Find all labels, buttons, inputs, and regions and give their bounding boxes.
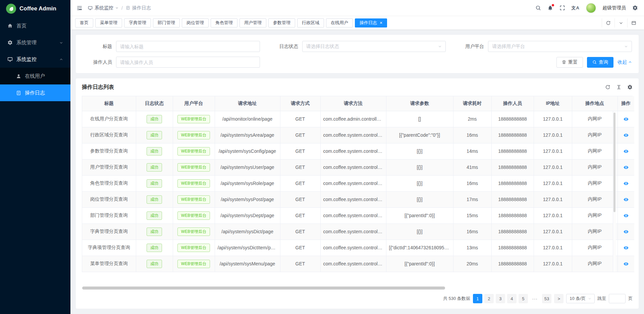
view-detail-eye-icon[interactable]	[623, 165, 629, 170]
cell-ip: 127.0.0.1	[534, 111, 572, 127]
pagination-page-3[interactable]: 3	[496, 294, 505, 303]
cell-handler: com.coffee.system.controlle...	[320, 143, 386, 159]
sidebar-item-label: 系统监控	[16, 56, 56, 63]
username[interactable]: 超级管理员	[602, 5, 626, 11]
query-button[interactable]: 查询	[587, 57, 613, 68]
cell-method: GET	[280, 127, 320, 143]
tab-item[interactable]: 操作日志×	[355, 18, 387, 27]
cell-url: /api/system/sysDictItem/pa...	[215, 240, 280, 256]
tab-item[interactable]: 行政区域	[297, 18, 324, 27]
breadcrumb-item-system-monitor[interactable]: 系统监控	[88, 5, 118, 11]
tabs-dropdown-icon[interactable]	[614, 18, 627, 27]
pagination-jump-input[interactable]	[609, 294, 626, 303]
tab-item[interactable]: 在线用户	[326, 18, 353, 27]
log-table-body: 在线用户分页查询成功WEB管理后台/api/monitor/online/pag…	[82, 111, 634, 272]
search-icon[interactable]	[535, 5, 541, 11]
view-detail-eye-icon[interactable]	[623, 197, 629, 202]
view-detail-eye-icon[interactable]	[623, 148, 629, 154]
collapse-filter-link[interactable]: 收起	[618, 59, 632, 65]
cell-operator: 18888888888	[491, 207, 534, 224]
cell-url: /api/system/sysDept/page	[215, 207, 280, 224]
tab-close-icon[interactable]: ×	[380, 20, 382, 25]
settings-gear-icon[interactable]	[632, 5, 638, 11]
view-detail-eye-icon[interactable]	[623, 132, 629, 138]
pagination-page-4[interactable]: 4	[507, 294, 517, 303]
title-input[interactable]	[116, 41, 260, 52]
view-detail-eye-icon[interactable]	[623, 245, 629, 251]
filter-status-label: 日志状态	[269, 44, 298, 50]
view-detail-eye-icon[interactable]	[623, 181, 629, 186]
breadcrumb-separator: /	[121, 5, 123, 11]
horizontal-scrollbar[interactable]	[82, 287, 632, 290]
notification-bell-icon[interactable]	[547, 5, 553, 11]
sidebar-collapse-icon[interactable]	[76, 5, 83, 11]
view-detail-eye-icon[interactable]	[623, 261, 629, 267]
user-platform-select[interactable]: 请选择用户平台	[488, 41, 632, 52]
operator-input[interactable]	[116, 57, 260, 68]
sidebar-item-home[interactable]: 首页	[0, 17, 70, 34]
pagination-page-5[interactable]: 5	[519, 294, 528, 303]
view-detail-eye-icon[interactable]	[623, 213, 629, 218]
cell-status: 成功	[136, 191, 173, 207]
avatar[interactable]	[586, 3, 596, 13]
tab-item[interactable]: 角色管理	[211, 18, 237, 27]
cell-operator: 18888888888	[491, 256, 534, 272]
tab-item[interactable]: 部门管理	[153, 18, 180, 27]
top-header: 系统监控 / 操作日志 文A 超级管理员	[70, 0, 644, 16]
pagination-page-1[interactable]: 1	[473, 294, 482, 303]
pagination-page-2[interactable]: 2	[484, 294, 494, 303]
tab-item[interactable]: 参数管理	[268, 18, 295, 27]
horizontal-scrollbar-thumb[interactable]	[82, 287, 445, 290]
monitor-icon	[88, 6, 93, 10]
column-settings-gear-icon[interactable]	[627, 84, 633, 90]
log-status-select[interactable]: 请选择日志状态	[302, 41, 446, 52]
cell-operator: 18888888888	[491, 127, 534, 143]
log-table-head-row: 标题日志状态用户平台请求地址请求方式请求方法请求参数请求耗时操作人员IP地址操作…	[82, 96, 634, 111]
log-table-row: 用户管理分页查询成功WEB管理后台/api/system/sysUser/pag…	[82, 159, 634, 175]
vertical-scrollbar-thumb[interactable]	[613, 113, 615, 212]
cell-action	[618, 111, 634, 127]
view-detail-eye-icon[interactable]	[623, 229, 629, 235]
vertical-scrollbar[interactable]	[613, 111, 616, 272]
reset-button[interactable]: 重置	[556, 57, 583, 68]
cell-title: 部门管理分页查询	[82, 207, 136, 224]
column-header: 标题	[82, 96, 136, 111]
cell-ip: 127.0.0.1	[534, 224, 572, 240]
cell-method: GET	[280, 159, 320, 175]
tab-item[interactable]: 菜单管理	[95, 18, 122, 27]
page-content: 标题 日志状态 请选择日志状态 用户平台 请选择用户平台	[70, 29, 644, 314]
cell-location: 内网IP	[572, 143, 618, 159]
tabs-layout-icon[interactable]	[627, 18, 640, 27]
density-icon[interactable]	[616, 84, 622, 90]
sidebar-item-online-users[interactable]: 在线用户	[0, 68, 70, 84]
fullscreen-icon[interactable]	[559, 5, 565, 11]
pagination-next-button[interactable]: >	[554, 294, 564, 303]
cell-status: 成功	[136, 111, 173, 127]
cell-handler: com.coffee.system.controlle...	[320, 175, 386, 191]
sidebar-item-operation-log[interactable]: 操作日志	[0, 84, 70, 101]
page-size-select[interactable]: 10 条/页	[566, 294, 595, 303]
pagination-more[interactable]: ···	[530, 294, 540, 303]
pagination-page-53[interactable]: 53	[542, 294, 551, 303]
tab-item[interactable]: 首页	[75, 18, 93, 27]
refresh-icon[interactable]	[605, 84, 610, 90]
language-icon[interactable]: 文A	[572, 5, 580, 11]
tab-item[interactable]: 用户管理	[239, 18, 266, 27]
cell-params: [{"parentId":0}]	[386, 207, 453, 224]
tab-item[interactable]: 字典管理	[124, 18, 151, 27]
card-title: 操作日志列表	[82, 84, 114, 91]
cell-platform: WEB管理后台	[173, 191, 215, 207]
sidebar-item-system-management[interactable]: 系统管理	[0, 34, 70, 51]
cell-action	[618, 127, 634, 143]
cell-action	[618, 191, 634, 207]
sidebar-item-system-monitor[interactable]: 系统监控	[0, 51, 70, 68]
cell-title: 角色管理分页查询	[82, 175, 136, 191]
tab-item[interactable]: 岗位管理	[182, 18, 209, 27]
sidebar: Coffee Admin 首页 系统管理 系统监控 在线用户	[0, 0, 70, 314]
view-detail-eye-icon[interactable]	[623, 116, 629, 122]
cell-platform: WEB管理后台	[173, 143, 215, 159]
log-table-row: 菜单管理分页查询成功WEB管理后台/api/system/sysMenu/pag…	[82, 256, 634, 272]
tabs-refresh-icon[interactable]	[602, 18, 614, 27]
cell-params: [{"parentId":0}]	[386, 256, 453, 272]
cell-location: 内网IP	[572, 256, 618, 272]
